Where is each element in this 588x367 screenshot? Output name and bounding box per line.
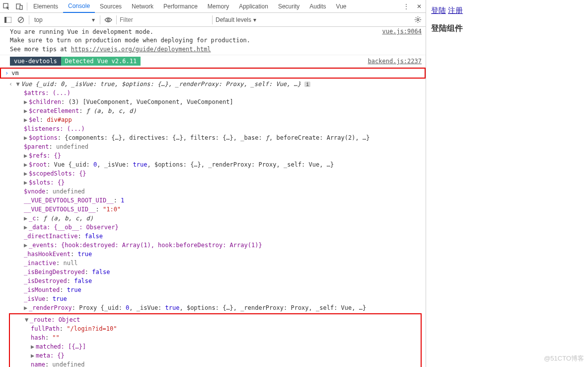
svg-rect-2 — [20, 5, 22, 9]
levels-label: Default levels — [216, 16, 251, 23]
page-content: 登陆 注册 登陆组件 — [426, 0, 588, 367]
console-toolbar: top▾ Default levels▾ — [0, 13, 426, 27]
prop[interactable]: Proxy {_uid: 0, _isVue: true, $options: … — [79, 304, 366, 311]
log-line: See more tips at — [10, 46, 71, 53]
svg-point-8 — [417, 19, 419, 21]
prop-val: ƒ (a, b, c, d) — [43, 215, 93, 222]
tab-audits[interactable]: Audits — [304, 0, 331, 13]
prop[interactable]: _data: {__ob__: Observer} — [29, 224, 119, 231]
prop[interactable]: _inactive — [24, 260, 56, 267]
prop-val: 1 — [121, 197, 124, 204]
prop-val: false — [74, 277, 92, 284]
eye-icon[interactable] — [103, 15, 113, 25]
svg-point-7 — [107, 19, 109, 21]
prop-val: null — [63, 260, 77, 267]
prop[interactable]: (3) [VueComponent, VueComponent, VueComp… — [68, 98, 233, 105]
levels-select[interactable]: Default levels▾ — [216, 16, 256, 23]
prop[interactable]: __VUE_DEVTOOLS_UID__ — [24, 206, 96, 213]
login-link[interactable]: 登陆 — [431, 6, 446, 14]
route-object[interactable]: _route: Object — [30, 316, 80, 323]
prop[interactable]: {components: {…}, directives: {…}, filte… — [65, 134, 369, 141]
prompt-icon: › — [5, 70, 8, 77]
prop[interactable]: _directInactive — [24, 233, 77, 240]
prop[interactable]: fullPath — [31, 325, 60, 332]
svg-rect-4 — [4, 17, 6, 23]
filter-input[interactable] — [120, 15, 209, 25]
tab-network[interactable]: Network — [127, 0, 158, 13]
prop[interactable]: _hasHookEvent — [24, 251, 71, 258]
sidebar-toggle-icon[interactable] — [3, 15, 13, 25]
prop[interactable]: $listeners: (...) — [24, 125, 85, 132]
prop-val: true — [77, 251, 92, 258]
route-highlight-box: ▼_route: Object fullPath: "/login?id=10"… — [9, 313, 422, 367]
prop-val: undefined — [52, 361, 84, 367]
console-log: You are running Vue in development mode.… — [0, 27, 426, 367]
prop[interactable]: $createElement — [29, 107, 79, 114]
tab-elements[interactable]: Elements — [28, 0, 63, 13]
log-message: You are running Vue in development mode.… — [0, 27, 426, 55]
log-line: You are running Vue in development mode. — [10, 28, 153, 35]
prop-val: true — [67, 286, 81, 293]
prop[interactable]: _isDestroyed — [24, 277, 67, 284]
prop[interactable]: _isBeingDestroyed — [24, 269, 85, 275]
register-link[interactable]: 注册 — [448, 6, 463, 14]
prop[interactable]: _events: {hook:destroyed: Array(1), hook… — [29, 242, 262, 249]
prop[interactable]: $scopedSlots: {} — [29, 170, 86, 177]
tab-performance[interactable]: Performance — [158, 0, 203, 13]
prop[interactable]: Vue {_uid: 0, _isVue: true, $options: {…… — [54, 161, 334, 168]
close-icon[interactable]: ✕ — [413, 0, 426, 13]
prop-val: "1:0" — [103, 206, 121, 213]
devtools-badge: vue-devtools — [10, 57, 61, 66]
prop[interactable]: $attrs: (...) — [24, 90, 71, 96]
devtools-badge-row: vue-devtoolsDetected Vue v2.6.11 backend… — [0, 55, 426, 68]
context-select[interactable]: top▾ — [32, 16, 97, 23]
tab-memory[interactable]: Memory — [203, 0, 234, 13]
log-line: Make sure to turn on production mode whe… — [10, 37, 250, 44]
prop[interactable]: _c — [29, 215, 36, 222]
source-link[interactable]: vue.js:9064 — [382, 28, 422, 54]
prop[interactable]: _isMounted — [24, 286, 60, 293]
prop[interactable]: _isVue — [24, 295, 45, 302]
more-icon[interactable]: ⋮ — [400, 0, 413, 13]
source-link[interactable]: backend.js:2237 — [368, 58, 422, 65]
prop[interactable]: $refs: {} — [29, 152, 61, 159]
prop[interactable]: __VUE_DEVTOOLS_ROOT_UID__ — [24, 197, 114, 204]
docs-link[interactable]: https://vuejs.org/guide/deployment.html — [71, 46, 211, 53]
gear-icon[interactable] — [413, 15, 423, 25]
prop-val: "/login?id=10" — [67, 325, 117, 332]
prop[interactable]: hash — [31, 334, 45, 341]
command-input-row: › vm — [0, 68, 426, 79]
prop-val: false — [85, 233, 103, 240]
tab-sources[interactable]: Sources — [95, 0, 127, 13]
clear-icon[interactable] — [16, 15, 26, 25]
prop-val: false — [92, 269, 110, 275]
command-text: vm — [11, 70, 18, 77]
prop-val: true — [53, 295, 67, 302]
prop-val: "" — [52, 334, 59, 341]
prop[interactable]: $slots: {} — [29, 179, 65, 186]
inspect-icon[interactable] — [0, 0, 13, 13]
tab-security[interactable]: Security — [273, 0, 304, 13]
watermark: @51CTO博客 — [544, 354, 584, 363]
prop[interactable]: $vnode — [24, 188, 45, 195]
tab-console[interactable]: Console — [63, 0, 95, 13]
prop[interactable]: $parent — [24, 143, 49, 150]
detected-badge: Detected Vue v2.6.11 — [61, 57, 141, 66]
prop-val: undefined — [56, 143, 88, 150]
tab-application[interactable]: Application — [234, 0, 273, 13]
info-icon[interactable]: i — [304, 82, 310, 87]
vue-object[interactable]: Vue {_uid: 0, _isVue: true, $options: {…… — [21, 81, 301, 88]
prop[interactable]: meta: {} — [36, 352, 65, 359]
output-tree: ‹ ▼Vue {_uid: 0, _isVue: true, $options:… — [0, 79, 426, 367]
page-title: 登陆组件 — [431, 23, 583, 34]
prop-val: undefined — [53, 188, 85, 195]
prop[interactable]: matched: [{…}] — [36, 343, 86, 350]
prop-val: div#app — [47, 116, 72, 123]
prop[interactable]: $el — [29, 116, 40, 123]
svg-line-6 — [19, 18, 23, 22]
prop[interactable]: name — [31, 361, 45, 367]
tab-vue[interactable]: Vue — [331, 0, 352, 13]
device-icon[interactable] — [13, 0, 26, 13]
prop-val: ƒ (a, b, c, d) — [86, 107, 137, 114]
devtools-tabs: Elements Console Sources Network Perform… — [0, 0, 426, 13]
